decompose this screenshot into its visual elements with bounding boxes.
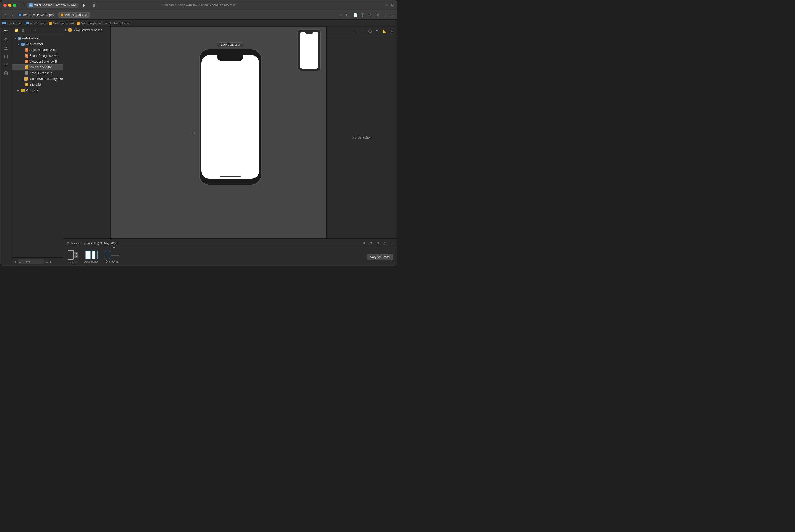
run-button[interactable]: [81, 2, 88, 9]
tab-storyboard-label: Main.storyboard: [65, 13, 87, 17]
sidebar-item-assets[interactable]: ▶ Assets.xcassets: [12, 70, 63, 76]
inspector-icon-question[interactable]: ?: [359, 28, 366, 34]
nav-folder-icon[interactable]: [2, 27, 10, 35]
launchscreen-label: LaunchScreen.storyboard: [29, 77, 63, 81]
sidebar-folder-icon[interactable]: 📁: [14, 28, 19, 33]
constraints-icon[interactable]: △: [381, 241, 387, 246]
sidebar-item-root[interactable]: ▼ 📁 webBrowser: [12, 36, 63, 41]
scene-header-viewcontroller[interactable]: ▶ View Controller Scene: [63, 26, 110, 33]
orientation-control[interactable]: [105, 251, 119, 259]
stepper-up[interactable]: ▲: [74, 252, 78, 255]
maximize-button[interactable]: [13, 4, 16, 7]
back-button[interactable]: ‹: [2, 12, 8, 18]
sidebar-layout-icon[interactable]: ⊞: [46, 260, 48, 263]
stop-button[interactable]: [90, 2, 97, 9]
sidebar-item-group[interactable]: ▼ webBrowser: [12, 41, 63, 47]
vary-traits-button[interactable]: Vary for Traits: [367, 254, 393, 261]
nav-report-icon[interactable]: [2, 70, 10, 77]
inspector-icon-file[interactable]: 🗒: [352, 28, 358, 34]
sidebar-item-scenedelegate[interactable]: ▶ S SceneDelegate.swift: [12, 53, 63, 59]
layout-toggle-icon[interactable]: ⊞: [391, 3, 394, 7]
inspector-icon-list[interactable]: ≡: [374, 28, 380, 34]
device-name-label[interactable]: iPhone 11 (⌃C⌘R): [84, 242, 109, 245]
inspector-id-icon[interactable]: ⊟: [389, 12, 395, 18]
sidebar-item-launchscreen[interactable]: ▶ LaunchScreen.storyboard: [12, 76, 63, 82]
appearance-label: Appearance: [84, 260, 99, 263]
sidebar-item-appdelegate[interactable]: ▶ S AppDelegate.swift: [12, 47, 63, 53]
breadcrumb-item-root[interactable]: webBrowser: [2, 22, 23, 25]
add-button[interactable]: +: [386, 3, 388, 7]
inspector-split-icon[interactable]: ⊞: [345, 12, 351, 18]
preview-icon[interactable]: ⊞: [375, 241, 380, 246]
add-file-button[interactable]: +: [14, 260, 16, 264]
inspector-icon-info2[interactable]: ⓘ: [367, 28, 373, 34]
portrait-icon[interactable]: [105, 251, 110, 259]
breadcrumb-item-selection[interactable]: No Selection: [114, 22, 130, 25]
sidebar-toggle-icon[interactable]: [20, 4, 24, 7]
sidebar-item-products[interactable]: ▶ Products: [12, 88, 63, 93]
landscape-icon[interactable]: [111, 251, 119, 256]
refresh-icon[interactable]: ↺: [361, 241, 367, 246]
inspector-conn-icon[interactable]: →: [381, 12, 388, 18]
nav-breakpoint-icon[interactable]: [2, 61, 10, 69]
canvas-main[interactable]: → View Controller: [111, 26, 326, 239]
scenedelegate-label: SceneDelegate.swift: [30, 54, 58, 58]
breadcrumb-item-storyboard[interactable]: Main.storyboard: [49, 22, 74, 25]
nav-warning-icon[interactable]: [2, 44, 10, 52]
minimize-button[interactable]: [8, 4, 11, 7]
infoplist-icon: P: [25, 83, 29, 87]
sidebar-sort-icon[interactable]: ≡: [27, 28, 32, 33]
phone-container: View Controller: [199, 42, 262, 185]
scene-label: View Controller Scene: [74, 28, 102, 32]
appearance-control[interactable]: [85, 251, 97, 259]
sidebar-item-viewcontroller[interactable]: ▶ S ViewController.swift: [12, 59, 63, 64]
phone-mockup[interactable]: [199, 49, 262, 185]
mini-phone[interactable]: [297, 29, 321, 71]
filter-input[interactable]: [22, 260, 43, 264]
appearance-light-icon[interactable]: [85, 251, 91, 259]
device-label: Device: [69, 261, 77, 264]
root-folder-icon: 📁: [18, 37, 21, 40]
download-icon[interactable]: ↓: [388, 241, 394, 246]
forward-button[interactable]: ›: [9, 12, 15, 18]
tab-storyboard[interactable]: Main.storyboard: [58, 12, 90, 18]
inspector-panel: 🗒 ? ⓘ ≡ 📐 ⊕ No Selection: [326, 26, 397, 239]
scheme-icon: ●: [29, 3, 33, 7]
device-control[interactable]: ▲ ▼: [68, 250, 78, 260]
file-sidebar: 📁 ⊟ ≡ + ▼ 📁 webBrowser ▼ webBrowser: [12, 26, 63, 266]
inspector-icon-connect[interactable]: ⊕: [389, 28, 395, 34]
inspector-file-icon[interactable]: 📄: [352, 12, 358, 18]
inspector-info-icon[interactable]: ⓘ: [359, 12, 366, 18]
close-button[interactable]: [3, 4, 6, 7]
sidebar-filter-icon[interactable]: ⊟: [20, 28, 25, 33]
nav-debug-icon[interactable]: [2, 53, 10, 60]
inspector-size-icon[interactable]: ⊞: [374, 12, 380, 18]
trait-orientation: Orientation: [105, 251, 119, 263]
xcodeproj-icon: [19, 14, 21, 16]
nav-search-icon[interactable]: [2, 36, 10, 43]
breadcrumb-item-group[interactable]: webBrowser: [25, 22, 46, 25]
svg-rect-10: [5, 72, 7, 75]
breadcrumb-group-icon: [25, 22, 29, 24]
scheme-selector[interactable]: ● webBrowser › iPhone 12 Pro: [26, 3, 79, 8]
device-separator: ›: [53, 3, 54, 7]
inspector-attr-icon[interactable]: ⊕: [367, 12, 373, 18]
trait-appearance: Appearance: [84, 251, 99, 263]
breadcrumb-item-base[interactable]: Main.storyboard (Base): [77, 22, 111, 25]
device-stepper[interactable]: ▲ ▼: [74, 252, 78, 258]
inspector-list-icon[interactable]: ≡: [337, 12, 344, 18]
mini-phone-screen: [300, 32, 318, 69]
appdelegate-icon: S: [25, 48, 29, 52]
tab-xcodeproj[interactable]: webBrowser.xcodeproj: [16, 12, 57, 18]
appearance-dark-icon[interactable]: [92, 251, 97, 259]
sidebar-add-icon[interactable]: +: [33, 28, 38, 33]
inspector-icon-ruler[interactable]: 📐: [381, 28, 388, 34]
stepper-down[interactable]: ▼: [74, 255, 78, 258]
view-as-icon: ⊞: [67, 242, 69, 245]
fit-icon[interactable]: ⊡: [368, 241, 374, 246]
sidebar-item-infoplist[interactable]: ▶ P Info.plist: [12, 82, 63, 88]
sidebar-item-mainstoryboard[interactable]: ▶ Main.storyboard: [12, 64, 63, 70]
sidebar-view-icon[interactable]: ≡: [50, 260, 51, 263]
breadcrumb-root-label: webBrowser: [6, 22, 23, 25]
scene-chevron: ▶: [65, 28, 67, 31]
